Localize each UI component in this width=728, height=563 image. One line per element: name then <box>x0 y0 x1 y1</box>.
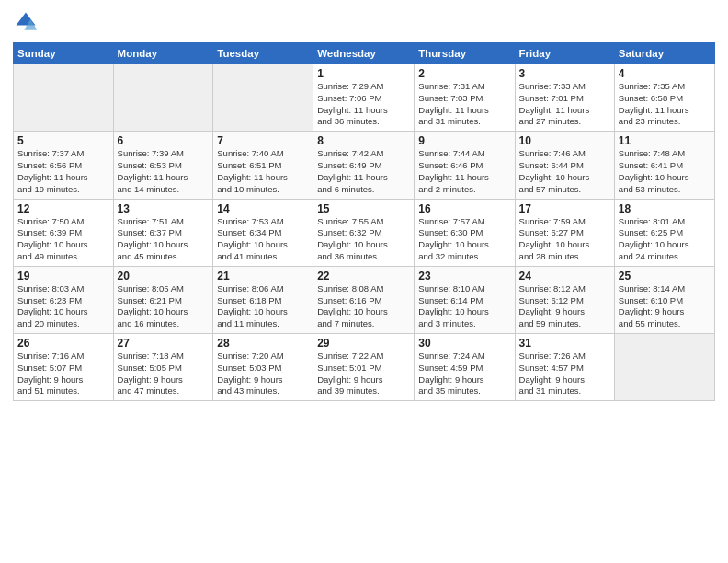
day-number: 29 <box>317 337 410 350</box>
weekday-header: Friday <box>515 43 614 64</box>
day-number: 4 <box>619 67 711 80</box>
day-number: 5 <box>17 134 109 147</box>
day-info: Sunrise: 7:50 AM Sunset: 6:39 PM Dayligh… <box>17 216 109 263</box>
day-info: Sunrise: 7:40 AM Sunset: 6:51 PM Dayligh… <box>217 148 309 195</box>
day-number: 13 <box>118 202 210 215</box>
day-number: 1 <box>317 67 410 80</box>
calendar-cell: 17Sunrise: 7:59 AM Sunset: 6:27 PM Dayli… <box>515 199 614 266</box>
calendar-week-row: 26Sunrise: 7:16 AM Sunset: 5:07 PM Dayli… <box>14 334 715 401</box>
calendar-cell: 19Sunrise: 8:03 AM Sunset: 6:23 PM Dayli… <box>14 266 114 333</box>
calendar-cell: 29Sunrise: 7:22 AM Sunset: 5:01 PM Dayli… <box>313 334 415 401</box>
day-info: Sunrise: 8:08 AM Sunset: 6:16 PM Dayligh… <box>317 283 410 330</box>
calendar-week-row: 12Sunrise: 7:50 AM Sunset: 6:39 PM Dayli… <box>14 199 715 266</box>
calendar-week-row: 1Sunrise: 7:29 AM Sunset: 7:06 PM Daylig… <box>14 64 715 132</box>
calendar-cell: 31Sunrise: 7:26 AM Sunset: 4:57 PM Dayli… <box>515 334 614 401</box>
day-info: Sunrise: 8:14 AM Sunset: 6:10 PM Dayligh… <box>619 283 711 330</box>
day-number: 16 <box>418 202 510 215</box>
day-number: 10 <box>519 134 610 147</box>
day-info: Sunrise: 7:26 AM Sunset: 4:57 PM Dayligh… <box>519 350 610 397</box>
weekday-header: Saturday <box>614 43 714 64</box>
weekday-header: Tuesday <box>213 43 313 64</box>
day-info: Sunrise: 7:42 AM Sunset: 6:49 PM Dayligh… <box>317 148 410 195</box>
day-number: 15 <box>317 202 410 215</box>
calendar-cell <box>614 334 714 401</box>
weekday-header: Thursday <box>415 43 515 64</box>
calendar-table: SundayMondayTuesdayWednesdayThursdayFrid… <box>13 42 715 401</box>
calendar-cell: 14Sunrise: 7:53 AM Sunset: 6:34 PM Dayli… <box>213 199 313 266</box>
day-number: 30 <box>418 337 510 350</box>
day-info: Sunrise: 7:46 AM Sunset: 6:44 PM Dayligh… <box>519 148 610 195</box>
day-number: 8 <box>317 134 410 147</box>
logo-icon <box>13 9 39 35</box>
day-info: Sunrise: 7:31 AM Sunset: 7:03 PM Dayligh… <box>418 81 510 128</box>
day-info: Sunrise: 8:12 AM Sunset: 6:12 PM Dayligh… <box>519 283 610 330</box>
calendar-week-row: 19Sunrise: 8:03 AM Sunset: 6:23 PM Dayli… <box>14 266 715 333</box>
calendar-cell: 9Sunrise: 7:44 AM Sunset: 6:46 PM Daylig… <box>415 132 515 199</box>
calendar-cell: 6Sunrise: 7:39 AM Sunset: 6:53 PM Daylig… <box>113 132 213 199</box>
calendar-cell: 7Sunrise: 7:40 AM Sunset: 6:51 PM Daylig… <box>213 132 313 199</box>
calendar-cell: 3Sunrise: 7:33 AM Sunset: 7:01 PM Daylig… <box>515 64 614 132</box>
calendar-cell: 30Sunrise: 7:24 AM Sunset: 4:59 PM Dayli… <box>415 334 515 401</box>
logo <box>13 9 42 35</box>
calendar-cell: 12Sunrise: 7:50 AM Sunset: 6:39 PM Dayli… <box>14 199 114 266</box>
day-number: 21 <box>217 270 309 282</box>
day-info: Sunrise: 7:51 AM Sunset: 6:37 PM Dayligh… <box>118 216 210 263</box>
calendar-cell: 20Sunrise: 8:05 AM Sunset: 6:21 PM Dayli… <box>113 266 213 333</box>
calendar-cell: 21Sunrise: 8:06 AM Sunset: 6:18 PM Dayli… <box>213 266 313 333</box>
calendar-cell: 23Sunrise: 8:10 AM Sunset: 6:14 PM Dayli… <box>415 266 515 333</box>
day-info: Sunrise: 7:59 AM Sunset: 6:27 PM Dayligh… <box>519 216 610 263</box>
day-info: Sunrise: 7:57 AM Sunset: 6:30 PM Dayligh… <box>418 216 510 263</box>
day-number: 14 <box>217 202 309 215</box>
day-info: Sunrise: 7:37 AM Sunset: 6:56 PM Dayligh… <box>17 148 109 195</box>
day-number: 26 <box>17 337 109 350</box>
day-info: Sunrise: 7:16 AM Sunset: 5:07 PM Dayligh… <box>17 350 109 397</box>
calendar-cell: 25Sunrise: 8:14 AM Sunset: 6:10 PM Dayli… <box>614 266 714 333</box>
calendar-cell: 13Sunrise: 7:51 AM Sunset: 6:37 PM Dayli… <box>113 199 213 266</box>
day-info: Sunrise: 7:18 AM Sunset: 5:05 PM Dayligh… <box>118 350 210 397</box>
day-info: Sunrise: 7:22 AM Sunset: 5:01 PM Dayligh… <box>317 350 410 397</box>
calendar-cell: 8Sunrise: 7:42 AM Sunset: 6:49 PM Daylig… <box>313 132 415 199</box>
day-info: Sunrise: 8:01 AM Sunset: 6:25 PM Dayligh… <box>619 216 711 263</box>
day-number: 2 <box>418 67 510 80</box>
day-number: 20 <box>118 270 210 282</box>
day-number: 11 <box>619 134 711 147</box>
calendar-cell: 5Sunrise: 7:37 AM Sunset: 6:56 PM Daylig… <box>14 132 114 199</box>
calendar-cell <box>113 64 213 132</box>
day-number: 24 <box>519 270 610 282</box>
day-number: 12 <box>17 202 109 215</box>
day-number: 9 <box>418 134 510 147</box>
calendar-cell: 26Sunrise: 7:16 AM Sunset: 5:07 PM Dayli… <box>14 334 114 401</box>
day-number: 3 <box>519 67 610 80</box>
day-number: 28 <box>217 337 309 350</box>
calendar-cell: 1Sunrise: 7:29 AM Sunset: 7:06 PM Daylig… <box>313 64 415 132</box>
day-number: 19 <box>17 270 109 282</box>
calendar-cell <box>213 64 313 132</box>
day-info: Sunrise: 7:55 AM Sunset: 6:32 PM Dayligh… <box>317 216 410 263</box>
day-info: Sunrise: 7:44 AM Sunset: 6:46 PM Dayligh… <box>418 148 510 195</box>
day-info: Sunrise: 7:53 AM Sunset: 6:34 PM Dayligh… <box>217 216 309 263</box>
weekday-header: Sunday <box>14 43 114 64</box>
day-number: 6 <box>118 134 210 147</box>
weekday-header: Wednesday <box>313 43 415 64</box>
day-info: Sunrise: 7:48 AM Sunset: 6:41 PM Dayligh… <box>619 148 711 195</box>
day-number: 18 <box>619 202 711 215</box>
day-number: 23 <box>418 270 510 282</box>
day-info: Sunrise: 7:39 AM Sunset: 6:53 PM Dayligh… <box>118 148 210 195</box>
day-info: Sunrise: 7:33 AM Sunset: 7:01 PM Dayligh… <box>519 81 610 128</box>
weekday-header: Monday <box>113 43 213 64</box>
day-number: 27 <box>118 337 210 350</box>
header <box>13 9 715 35</box>
day-info: Sunrise: 8:06 AM Sunset: 6:18 PM Dayligh… <box>217 283 309 330</box>
day-info: Sunrise: 8:10 AM Sunset: 6:14 PM Dayligh… <box>418 283 510 330</box>
calendar-cell: 28Sunrise: 7:20 AM Sunset: 5:03 PM Dayli… <box>213 334 313 401</box>
calendar-cell: 2Sunrise: 7:31 AM Sunset: 7:03 PM Daylig… <box>415 64 515 132</box>
calendar-cell: 16Sunrise: 7:57 AM Sunset: 6:30 PM Dayli… <box>415 199 515 266</box>
page: SundayMondayTuesdayWednesdayThursdayFrid… <box>0 0 728 563</box>
calendar-header-row: SundayMondayTuesdayWednesdayThursdayFrid… <box>14 43 715 64</box>
calendar-cell: 15Sunrise: 7:55 AM Sunset: 6:32 PM Dayli… <box>313 199 415 266</box>
day-number: 17 <box>519 202 610 215</box>
calendar-cell: 10Sunrise: 7:46 AM Sunset: 6:44 PM Dayli… <box>515 132 614 199</box>
calendar-week-row: 5Sunrise: 7:37 AM Sunset: 6:56 PM Daylig… <box>14 132 715 199</box>
calendar-cell: 18Sunrise: 8:01 AM Sunset: 6:25 PM Dayli… <box>614 199 714 266</box>
day-number: 25 <box>619 270 711 282</box>
